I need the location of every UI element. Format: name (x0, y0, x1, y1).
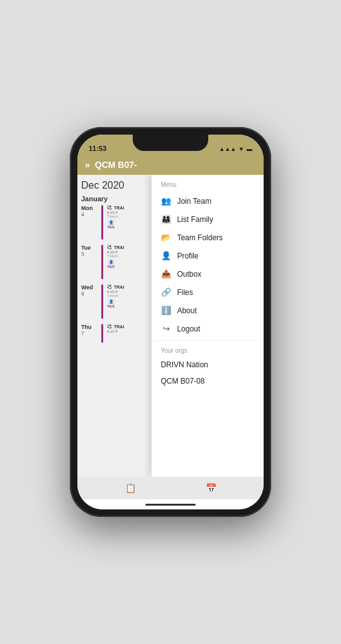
menu-overlay: Menu 👥 Join Team 👨‍👩‍👧 List Family 📂 Tea… (152, 175, 264, 477)
cal-event-title-mon: TRAI (114, 206, 124, 210)
menu-label-join-team: Join Team (177, 197, 211, 206)
wifi-icon: ▼ (238, 146, 244, 152)
menu-divider (152, 340, 264, 341)
cal-rsvp-wed[interactable]: 👤 (107, 299, 115, 304)
phone-shell: 11:53 ▲▲▲ ▼ ▬ » QCM B07- Dec 2020 Januar… (70, 127, 271, 517)
cal-bar-mon (101, 205, 103, 240)
bottom-icon-calendar[interactable]: 📅 (206, 483, 216, 493)
menu-item-outbox[interactable]: 📤 Outbox (152, 265, 264, 283)
menu-label-logout: Logout (177, 325, 200, 333)
cal-soccer-icon-wed: ⚽ (107, 284, 113, 289)
menu-item-list-family[interactable]: 👨‍👩‍👧 List Family (152, 210, 264, 228)
menu-label-about: About (177, 306, 196, 315)
menu-label-team-folders: Team Folders (177, 233, 223, 242)
rsvp-icon-wed: 👤 (109, 299, 113, 304)
team-folders-icon: 📂 (160, 233, 172, 242)
signal-icon: ▲▲▲ (219, 146, 236, 152)
join-team-icon: 👥 (160, 196, 172, 206)
home-bar (145, 504, 196, 506)
about-icon: ℹ️ (160, 306, 172, 315)
cal-soccer-icon-thu: ⚽ (107, 324, 113, 329)
cal-bar-thu (101, 324, 103, 343)
main-area: Dec 2020 January Mon 4 ⚽ TRAI 6:15 P (77, 175, 264, 477)
menu-label-profile: Profile (177, 252, 198, 260)
cal-event-title-thu: TRAI (114, 325, 124, 329)
bottom-bar: 📋 📅 (77, 477, 264, 499)
rsvp-icon-mon: 👤 (109, 220, 113, 225)
menu-section-label: Menu (152, 181, 264, 192)
cal-day-name-wed: Wed (81, 284, 99, 291)
status-icons: ▲▲▲ ▼ ▬ (219, 146, 252, 152)
menu-item-files[interactable]: 🔗 Files (152, 283, 264, 301)
battery-icon: ▬ (247, 146, 252, 152)
notch (133, 135, 208, 151)
home-indicator (77, 499, 264, 509)
menu-label-list-family: List Family (177, 215, 213, 224)
menu-item-about[interactable]: ℹ️ About (152, 301, 264, 319)
menu-org-drivn[interactable]: DRIVN Nation (152, 357, 264, 373)
cal-soccer-icon-mon: ⚽ (107, 205, 113, 210)
cal-bar-wed (101, 284, 103, 319)
cal-day-num-thu: 7 (81, 330, 99, 336)
cal-rsvp-tue[interactable]: 👤 (107, 259, 115, 265)
menu-label-outbox: Outbox (177, 270, 201, 279)
menu-item-logout[interactable]: ↪ Logout (152, 319, 264, 338)
app-logo: » (85, 160, 90, 170)
cal-day-name-thu: Thu (81, 324, 99, 330)
cal-day-num-tue: 5 (81, 251, 99, 257)
outbox-icon: 📤 (160, 269, 172, 279)
cal-day-num-mon: 4 (81, 211, 99, 218)
app-header: » QCM B07- (77, 155, 264, 175)
cal-bar-tue (101, 245, 103, 279)
logout-icon: ↪ (160, 324, 172, 333)
app-title: QCM B07- (95, 160, 137, 170)
phone-screen: 11:53 ▲▲▲ ▼ ▬ » QCM B07- Dec 2020 Januar… (77, 135, 264, 509)
bottom-icon-list[interactable]: 📋 (125, 483, 136, 493)
profile-icon: 👤 (160, 251, 172, 260)
menu-item-team-folders[interactable]: 📂 Team Folders (152, 228, 264, 247)
list-family-icon: 👨‍👩‍👧 (160, 214, 172, 224)
menu-org-qcm[interactable]: QCM B07-08 (152, 373, 264, 389)
menu-label-files: Files (177, 288, 193, 297)
menu-orgs-label: Your orgs (152, 343, 264, 357)
menu-item-profile[interactable]: 👤 Profile (152, 247, 264, 265)
cal-day-num-wed: 6 (81, 291, 99, 297)
cal-rsvp-mon[interactable]: 👤 (107, 219, 115, 225)
cal-soccer-icon-tue: ⚽ (107, 245, 113, 250)
status-time: 11:53 (89, 145, 106, 152)
cal-event-title-tue: TRAI (114, 245, 124, 250)
cal-day-name-tue: Tue (81, 245, 99, 251)
files-icon: 🔗 (160, 287, 172, 297)
menu-item-join-team[interactable]: 👥 Join Team (152, 192, 264, 210)
cal-day-name-mon: Mon (81, 205, 99, 211)
rsvp-icon-tue: 👤 (109, 260, 113, 264)
cal-event-title-wed: TRAI (114, 285, 124, 289)
